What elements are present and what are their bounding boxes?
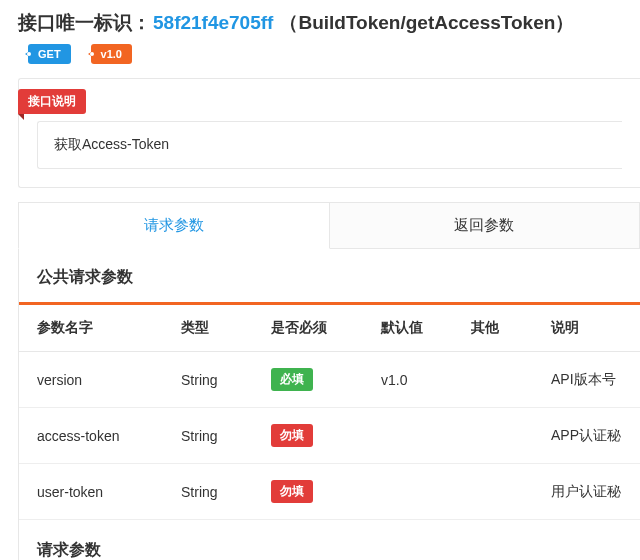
cell-other	[459, 408, 539, 464]
tab-response-params[interactable]: 返回参数	[330, 202, 641, 249]
tabs: 请求参数 返回参数	[18, 202, 640, 249]
cell-other	[459, 464, 539, 520]
version-tag-label: v1.0	[101, 48, 122, 60]
method-tag-label: GET	[38, 48, 61, 60]
table-row: versionString必填v1.0API版本号	[19, 352, 640, 408]
cell-desc: APP认证秘	[539, 408, 640, 464]
table-row: user-tokenString勿填用户认证秘	[19, 464, 640, 520]
cell-type: String	[169, 408, 259, 464]
cell-desc: 用户认证秘	[539, 464, 640, 520]
cell-desc: API版本号	[539, 352, 640, 408]
public-params-title: 公共请求参数	[19, 267, 640, 302]
col-other: 其他	[459, 305, 539, 352]
col-type: 类型	[169, 305, 259, 352]
cell-required: 必填	[259, 352, 369, 408]
required-pill: 必填	[271, 368, 313, 391]
col-default: 默认值	[369, 305, 459, 352]
cell-default	[369, 408, 459, 464]
cell-name: version	[19, 352, 169, 408]
version-tag: v1.0	[91, 44, 132, 64]
required-pill: 勿填	[271, 480, 313, 503]
public-params-section: 公共请求参数 参数名字 类型 是否必须 默认值 其他 说明 versionStr…	[18, 249, 640, 560]
ribbon-label: 接口说明	[18, 89, 86, 114]
cell-type: String	[169, 464, 259, 520]
cell-default: v1.0	[369, 352, 459, 408]
table-row: access-tokenString勿填APP认证秘	[19, 408, 640, 464]
public-params-table: 参数名字 类型 是否必须 默认值 其他 说明 versionString必填v1…	[19, 305, 640, 520]
description-card: 接口说明 获取Access-Token	[18, 78, 640, 188]
col-required: 是否必须	[259, 305, 369, 352]
tab-request-params[interactable]: 请求参数	[18, 202, 330, 249]
required-pill: 勿填	[271, 424, 313, 447]
api-path: （BuildToken/getAccessToken）	[279, 12, 574, 33]
title-label: 接口唯一标识：	[18, 12, 151, 33]
page-title: 接口唯一标识：58f21f4e705ff（BuildToken/getAcces…	[0, 0, 640, 44]
col-desc: 说明	[539, 305, 640, 352]
cell-name: access-token	[19, 408, 169, 464]
cell-type: String	[169, 352, 259, 408]
method-tag: GET	[28, 44, 71, 64]
description-text: 获取Access-Token	[37, 121, 622, 169]
cell-name: user-token	[19, 464, 169, 520]
request-params-title: 请求参数	[19, 520, 640, 560]
cell-required: 勿填	[259, 408, 369, 464]
tags-row: GET v1.0	[0, 44, 640, 78]
col-name: 参数名字	[19, 305, 169, 352]
api-hash: 58f21f4e705ff	[153, 12, 273, 33]
cell-other	[459, 352, 539, 408]
cell-required: 勿填	[259, 464, 369, 520]
table-header-row: 参数名字 类型 是否必须 默认值 其他 说明	[19, 305, 640, 352]
cell-default	[369, 464, 459, 520]
